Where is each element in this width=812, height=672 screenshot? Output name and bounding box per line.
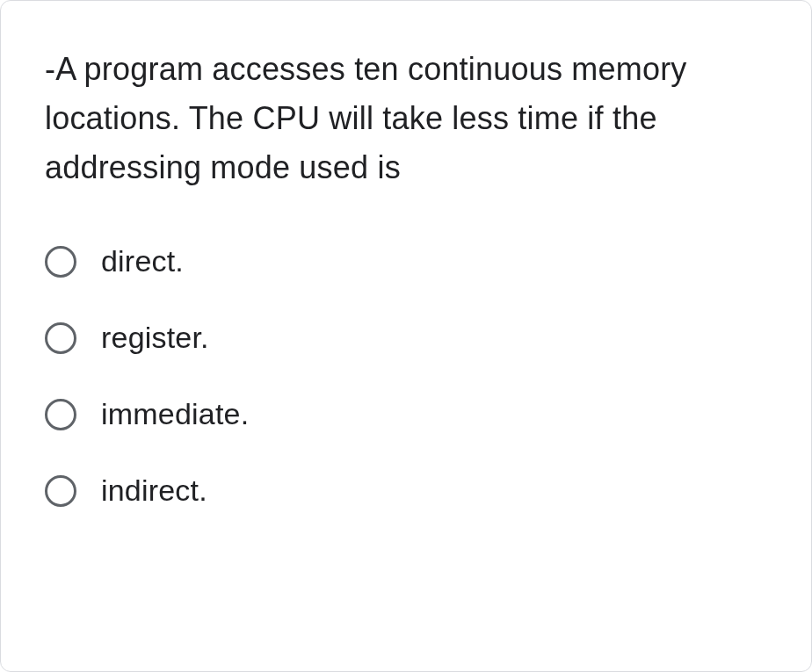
question-text: -A program accesses ten continuous memor…: [45, 45, 767, 191]
radio-icon: [45, 475, 76, 507]
option-label: immediate.: [101, 397, 249, 431]
radio-icon: [45, 322, 76, 354]
options-group: direct. register. immediate. indirect.: [45, 244, 767, 508]
option-register[interactable]: register.: [45, 321, 767, 355]
option-label: register.: [101, 321, 209, 355]
option-indirect[interactable]: indirect.: [45, 473, 767, 508]
question-card: -A program accesses ten continuous memor…: [0, 0, 812, 672]
radio-icon: [45, 246, 76, 278]
radio-icon: [45, 399, 76, 430]
option-immediate[interactable]: immediate.: [45, 397, 767, 431]
option-direct[interactable]: direct.: [45, 244, 767, 278]
option-label: indirect.: [101, 473, 207, 508]
option-label: direct.: [101, 244, 184, 278]
